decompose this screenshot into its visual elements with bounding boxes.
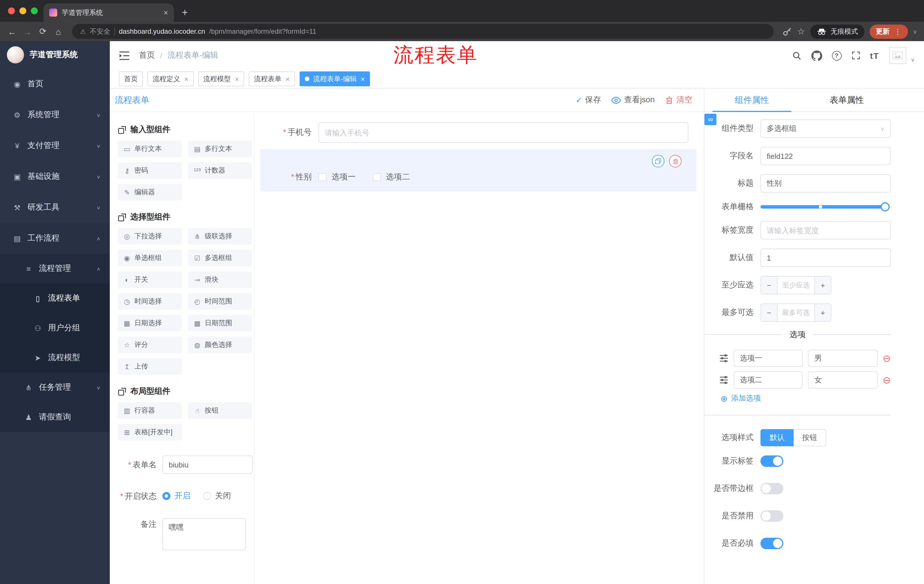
palette-item-cascader[interactable]: ⋔级联选择 [188, 228, 252, 245]
palette-item-time-picker[interactable]: ◷时间选择 [118, 293, 182, 310]
palette-item-switch[interactable]: ◐开关 [118, 271, 182, 288]
palette-item-date-range[interactable]: ▩日期范围 [188, 315, 252, 331]
font-size-icon[interactable]: tT [870, 51, 879, 60]
link-handle-icon[interactable]: ∞ [705, 114, 716, 125]
home-icon[interactable]: ⌂ [53, 26, 63, 36]
option-label-input[interactable] [734, 372, 803, 388]
option-value-input[interactable] [808, 350, 878, 367]
phone-input[interactable] [318, 122, 688, 143]
github-icon[interactable] [811, 50, 822, 61]
sidebar-item-home[interactable]: ◉ 首页 [0, 69, 110, 99]
tag-close-icon[interactable]: × [361, 75, 365, 82]
tag-close-icon[interactable]: × [285, 75, 290, 82]
fullscreen-icon[interactable] [851, 51, 860, 60]
back-icon[interactable]: ← [7, 26, 17, 36]
drag-handle-icon[interactable] [719, 354, 728, 363]
security-label[interactable]: 不安全 [90, 26, 111, 36]
component-type-select[interactable]: 多选框组 ∨ [761, 119, 891, 138]
new-tab-button[interactable]: + [182, 7, 188, 18]
palette-item-slider[interactable]: ⊸滑块 [188, 271, 252, 288]
drag-handle-icon[interactable] [719, 375, 728, 385]
style-default-button[interactable]: 默认 [761, 429, 794, 446]
tab-component-props[interactable]: 组件属性 [705, 89, 799, 112]
sidebar-item-leave-query[interactable]: ♟ 请假查询 [0, 402, 110, 432]
tag-process-definition[interactable]: 流程定义 × [147, 71, 193, 86]
tag-home[interactable]: 首页 [119, 71, 143, 86]
sidebar-item-dev-tools[interactable]: ⚒ 研发工具 ∨ [0, 192, 110, 223]
option-label-input[interactable] [734, 350, 803, 367]
sidebar-fold-icon[interactable] [119, 51, 130, 60]
browser-menu-icon[interactable]: ⋮ [894, 27, 901, 36]
delete-widget-button[interactable] [669, 155, 681, 168]
widget-phone[interactable]: *手机号 [260, 122, 688, 143]
tab-form-props[interactable]: 表单属性 [799, 89, 894, 112]
required-switch[interactable] [761, 538, 783, 549]
clear-button[interactable]: 清空 [665, 95, 693, 105]
palette-item-editor[interactable]: ✎编辑器 [118, 184, 182, 201]
address-bar[interactable]: ⚠ 不安全 dashboard.yudao.iocoder.cn /bpm/ma… [72, 24, 774, 39]
avatar-caret-icon[interactable]: ∨ [911, 57, 915, 63]
palette-item-table[interactable]: ⊞表格[开发中] [118, 424, 182, 441]
palette-item-select[interactable]: ◎下拉选择 [118, 228, 182, 245]
browser-update-button[interactable]: 更新 ⋮ [870, 24, 908, 39]
palette-item-single-line-text[interactable]: ▭单行文本 [118, 141, 182, 157]
palette-item-row-container[interactable]: ▥行容器 [118, 402, 182, 419]
password-key-icon[interactable] [782, 26, 792, 36]
palette-item-radio-group[interactable]: ◉单选框组 [118, 250, 182, 266]
tag-process-form[interactable]: 流程表单 × [249, 71, 295, 86]
show-label-switch[interactable] [761, 456, 783, 467]
slider-handle[interactable] [881, 202, 890, 211]
save-button[interactable]: ✓ 保存 [576, 95, 601, 105]
sidebar-item-payment[interactable]: ¥ 支付管理 ∨ [0, 130, 110, 161]
search-icon[interactable] [792, 51, 801, 60]
palette-item-time-range[interactable]: ◴时间范围 [188, 293, 252, 310]
help-icon[interactable]: ? [832, 51, 842, 60]
sidebar-item-infrastructure[interactable]: ▣ 基础设施 ∨ [0, 161, 110, 192]
reload-icon[interactable]: ⟳ [38, 26, 48, 36]
tag-process-form-edit[interactable]: 流程表单-编辑 × [300, 71, 370, 86]
label-width-input[interactable] [761, 221, 891, 239]
copy-widget-button[interactable] [652, 155, 664, 168]
window-close-button[interactable] [8, 7, 15, 14]
palette-item-rate[interactable]: ☆评分 [118, 337, 182, 353]
status-radio-on[interactable]: 开启 [162, 491, 190, 501]
style-button-button[interactable]: 按钮 [794, 429, 826, 446]
palette-item-color-picker[interactable]: ◍颜色选择 [188, 337, 252, 353]
sidebar-item-system[interactable]: ⚙ 系统管理 ∨ [0, 99, 110, 130]
gender-option2-checkbox[interactable]: 选项二 [373, 172, 410, 182]
sidebar-item-process-management[interactable]: ≡ 流程管理 ∧ [0, 254, 110, 283]
tab-close-icon[interactable]: × [163, 8, 168, 17]
palette-item-password[interactable]: ⚷密码 [118, 162, 182, 179]
stepper-minus-button[interactable]: − [761, 276, 778, 294]
sidebar-item-task-management[interactable]: ⋔ 任务管理 ∨ [0, 373, 110, 402]
forward-icon[interactable]: → [22, 26, 33, 36]
palette-item-multi-line-text[interactable]: ▤多行文本 [188, 141, 252, 157]
palette-item-upload[interactable]: ↥上传 [118, 358, 182, 375]
user-avatar-image[interactable] [889, 47, 906, 64]
bookmark-star-icon[interactable]: ☆ [797, 26, 805, 36]
stepper-plus-button[interactable]: + [814, 304, 831, 321]
title-input[interactable] [761, 174, 891, 192]
window-zoom-button[interactable] [31, 7, 38, 14]
default-value-input[interactable] [761, 248, 891, 267]
border-switch[interactable] [761, 483, 783, 494]
tag-close-icon[interactable]: × [235, 75, 239, 82]
remove-option-icon[interactable]: ⊖ [883, 354, 891, 363]
tag-process-model[interactable]: 流程模型 × [198, 71, 244, 86]
add-option-button[interactable]: ⊕ 添加选项 [705, 393, 891, 403]
gender-option1-checkbox[interactable]: 选项一 [318, 172, 356, 182]
option-value-input[interactable] [808, 372, 878, 388]
browser-tab[interactable]: 芋道管理系统 × [43, 3, 174, 22]
max-select-value[interactable]: 最多可选 [778, 304, 814, 321]
stepper-minus-button[interactable]: − [761, 304, 778, 321]
min-select-value[interactable]: 至少应选 [778, 276, 814, 294]
widget-gender-selected[interactable]: *性别 选项一 选项二 [260, 149, 696, 191]
sidebar-item-process-form[interactable]: ▯ 流程表单 [0, 283, 110, 313]
palette-item-checkbox-group[interactable]: ☑多选框组 [188, 250, 252, 266]
grid-slider[interactable] [761, 205, 885, 209]
breadcrumb-home[interactable]: 首页 [139, 50, 155, 61]
field-name-input[interactable] [761, 147, 891, 165]
form-name-input[interactable] [162, 456, 253, 474]
sidebar-logo[interactable]: 芋道管理系统 [0, 41, 110, 69]
disabled-switch[interactable] [761, 510, 783, 522]
